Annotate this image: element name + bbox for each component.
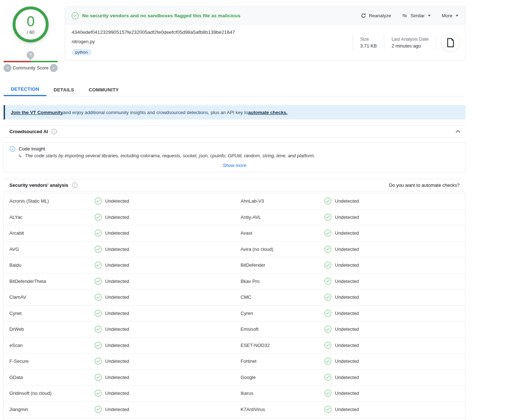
vendor-name: AVG	[9, 247, 95, 252]
table-row: ClamAV Undetected CMC Undetected	[4, 289, 465, 306]
info-icon[interactable]: i	[72, 182, 77, 188]
join-community-link[interactable]: Join the VT Community	[11, 110, 63, 115]
check-circle-icon	[324, 230, 331, 236]
status-label: Undetected	[105, 230, 129, 236]
community-score-bar	[4, 61, 58, 62]
info-icon: i	[10, 146, 15, 152]
table-row: Cynet Undetected Cyren Undetected	[4, 306, 465, 322]
check-circle-icon	[95, 246, 102, 253]
vendor-name: Arcabit	[9, 230, 95, 236]
status-label: Undetected	[335, 294, 359, 300]
vendor-name: Google	[241, 375, 324, 380]
vendor-name: eScan	[9, 343, 95, 348]
vendor-status: Undetected	[324, 198, 465, 204]
vendor-name: Fortinet	[241, 358, 324, 364]
vendor-name: Gridinsoft (no cloud)	[9, 390, 95, 396]
more-button[interactable]: More	[442, 13, 458, 18]
tab-detection[interactable]: DETECTION	[4, 83, 46, 96]
score-pin-icon: ?	[25, 50, 36, 60]
show-more-link[interactable]: Show more	[10, 163, 459, 168]
code-insight-head: i Code Insight	[10, 146, 459, 152]
vendor-status: Undetected	[95, 262, 241, 268]
verdict-message: No security vendors and no sandboxes fla…	[72, 12, 241, 19]
similar-label: Similar	[411, 13, 425, 18]
check-circle-icon	[324, 310, 331, 317]
verdict-bar: No security vendors and no sandboxes fla…	[65, 7, 465, 24]
vendor-status: Undetected	[324, 374, 465, 381]
tab-community[interactable]: COMMUNITY	[81, 83, 126, 96]
vendors-analysis-header: Security vendors' analysis i Do you want…	[4, 179, 465, 191]
check-circle-icon	[324, 374, 331, 381]
vendor-status: Undetected	[324, 406, 465, 413]
vendor-name: BitDefenderTheta	[9, 279, 95, 284]
reanalyze-button[interactable]: Reanalyze	[361, 13, 391, 18]
last-analysis-value: 2 minutes ago	[391, 43, 429, 49]
check-circle-icon	[72, 12, 79, 19]
vendor-name: Baidu	[9, 262, 95, 268]
vendors-analysis-title: Security vendors' analysis	[9, 182, 68, 188]
check-circle-icon	[95, 406, 102, 413]
similar-button[interactable]: Similar	[402, 13, 431, 18]
table-row: Arcabit Undetected Avast Undetected	[4, 225, 465, 241]
status-label: Undetected	[335, 358, 359, 364]
similar-icon	[402, 13, 408, 18]
pin-question-glyph: ?	[27, 51, 34, 59]
table-row: ALYac Undetected Antiy-AVL Undetected	[4, 209, 465, 226]
status-label: Undetected	[335, 214, 359, 220]
automate-checks-prompt[interactable]: Do you want to automate checks?	[389, 182, 460, 188]
vendor-name: BitDefender	[241, 262, 324, 268]
community-score-label: Community Score	[13, 66, 48, 71]
score-bar-green	[31, 61, 58, 62]
tab-details[interactable]: DETAILS	[46, 83, 81, 96]
check-circle-icon	[324, 294, 331, 301]
reanalyze-label: Reanalyze	[369, 13, 391, 18]
reanalyze-icon	[361, 13, 366, 18]
verdict-text: No security vendors and no sandboxes fla…	[82, 13, 241, 18]
return-arrow-icon: ↳	[18, 153, 22, 158]
status-label: Undetected	[105, 407, 129, 412]
code-insight-text: The code starts by importing several lib…	[25, 153, 315, 158]
status-label: Undetected	[105, 294, 129, 300]
score-widget: 0 / 60 ? × Community Score ✓	[4, 6, 58, 75]
vendor-status: Undetected	[95, 214, 241, 221]
vendor-status: Undetected	[95, 390, 241, 397]
status-label: Undetected	[105, 247, 129, 252]
vendor-status: Undetected	[95, 278, 241, 285]
join-community-banner: Join the VT Community and enjoy addition…	[4, 105, 465, 119]
vendor-status: Undetected	[324, 326, 465, 333]
status-label: Undetected	[335, 247, 359, 252]
vendor-status: Undetected	[95, 342, 241, 349]
score-bar-red	[4, 61, 31, 62]
vendor-status: Undetected	[95, 374, 241, 381]
status-label: Undetected	[335, 198, 359, 204]
check-circle-icon	[324, 342, 331, 349]
table-row: AVG Undetected Avira (no cloud) Undetect…	[4, 241, 465, 258]
vendor-name: Bkav Pro	[241, 279, 324, 284]
status-label: Undetected	[335, 311, 359, 316]
size-label: Size	[360, 37, 377, 42]
vendor-status: Undetected	[95, 310, 241, 317]
status-label: Undetected	[335, 279, 359, 284]
check-circle-icon	[324, 214, 331, 221]
check-circle-icon	[324, 246, 331, 253]
vendor-name: K7AntiVirus	[241, 407, 324, 412]
status-label: Undetected	[105, 375, 129, 380]
info-icon[interactable]: i	[52, 129, 57, 134]
check-circle-icon	[324, 358, 331, 365]
chevron-up-icon[interactable]	[456, 130, 460, 135]
more-label: More	[442, 13, 452, 18]
tag-python[interactable]: python	[72, 49, 91, 55]
vendor-name: Acronis (Static ML)	[9, 198, 95, 204]
check-circle-icon	[95, 310, 102, 317]
vendor-status: Undetected	[95, 198, 241, 204]
status-label: Undetected	[335, 262, 359, 268]
check-circle-icon	[95, 278, 102, 285]
banner-text: and enjoy additional community insights …	[63, 110, 248, 115]
caret-down-icon	[456, 15, 458, 17]
table-row: Gridinsoft (no cloud) Undetected Ikarus …	[4, 385, 465, 402]
vendor-name: Avast	[241, 230, 324, 236]
automate-checks-link[interactable]: automate checks.	[248, 110, 287, 115]
vendor-status: Undetected	[324, 310, 465, 317]
vendor-status: Undetected	[95, 246, 241, 253]
vendor-status: Undetected	[95, 294, 241, 301]
